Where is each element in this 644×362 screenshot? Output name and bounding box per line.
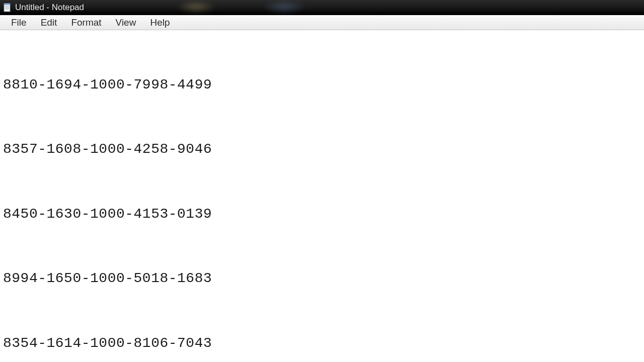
menu-view[interactable]: View xyxy=(109,16,143,30)
text-line: 8994-1650-1000-5018-1683 xyxy=(3,268,641,290)
text-line: 8357-1608-1000-4258-9046 xyxy=(3,139,641,160)
menu-format[interactable]: Format xyxy=(64,16,108,30)
notepad-icon xyxy=(3,3,12,12)
text-line: 8354-1614-1000-8106-7043 xyxy=(3,333,641,354)
taskbar-reflection xyxy=(262,0,307,14)
window-titlebar: Untitled - Notepad xyxy=(0,0,644,15)
menu-file[interactable]: File xyxy=(4,16,34,30)
text-line: 8450-1630-1000-4153-0139 xyxy=(3,204,641,225)
text-editor-area[interactable]: 8810-1694-1000-7998-4499 8357-1608-1000-… xyxy=(0,30,644,362)
menu-help[interactable]: Help xyxy=(143,16,177,30)
window-title: Untitled - Notepad xyxy=(15,3,84,13)
svg-rect-1 xyxy=(4,4,10,5)
menu-bar: File Edit Format View Help xyxy=(0,15,644,30)
menu-edit[interactable]: Edit xyxy=(34,16,64,30)
taskbar-reflection xyxy=(176,0,216,14)
text-line: 8810-1694-1000-7998-4499 xyxy=(3,74,641,96)
